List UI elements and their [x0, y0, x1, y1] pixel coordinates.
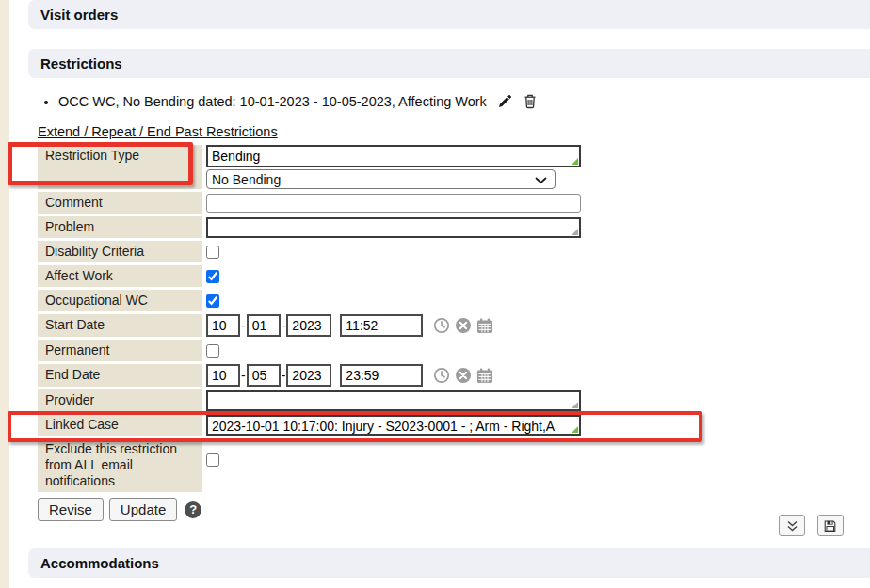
form-row-occupational-wc: Occupational WC — [38, 290, 603, 311]
trash-icon[interactable] — [523, 93, 538, 113]
visit-orders-title: Visit orders — [40, 7, 118, 23]
clock-icon[interactable] — [433, 367, 450, 384]
exclude-email-label: Exclude this restriction from ALL email … — [38, 438, 202, 492]
form-row-provider: Provider — [38, 389, 603, 411]
restriction-list-item: OCC WC, No Bending dated: 10-01-2023 - 1… — [58, 93, 870, 113]
update-button[interactable]: Update — [109, 498, 177, 521]
start-date-time-input[interactable] — [340, 314, 423, 337]
revise-button[interactable]: Revise — [38, 498, 104, 521]
provider-input[interactable] — [206, 390, 581, 411]
problem-label: Problem — [38, 216, 202, 238]
start-date-month-input[interactable] — [206, 314, 240, 337]
disability-criteria-label: Disability Criteria — [38, 241, 202, 262]
form-row-start-date: Start Date - - — [38, 314, 603, 337]
form-row-permanent: Permanent — [38, 340, 603, 361]
exclude-email-checkbox[interactable] — [206, 453, 219, 467]
restriction-item-text: OCC WC, No Bending dated: 10-01-2023 - 1… — [58, 94, 487, 109]
restriction-type-selected-option: No Bending — [212, 172, 281, 187]
form-button-row: Revise Update ? — [38, 498, 870, 521]
date-separator: - — [282, 368, 286, 383]
clock-icon[interactable] — [433, 317, 450, 334]
date-separator: - — [241, 318, 246, 333]
section-header-visit-orders: Visit orders — [28, 0, 870, 29]
section-header-accommodations: Accommodations — [28, 548, 870, 578]
occupational-wc-label: Occupational WC — [38, 290, 202, 311]
linked-case-label: Linked Case — [38, 414, 202, 436]
form-row-exclude-email: Exclude this restriction from ALL email … — [38, 438, 603, 492]
affect-work-label: Affect Work — [38, 265, 202, 287]
linked-case-input[interactable]: 2023-10-01 10:17:00: Injury - S2023-0001… — [206, 415, 581, 436]
date-separator: - — [241, 368, 246, 383]
calendar-icon[interactable] — [476, 318, 493, 334]
form-row-linked-case: Linked Case 2023-10-01 10:17:00: Injury … — [38, 414, 603, 436]
start-date-year-input[interactable] — [286, 314, 331, 337]
circle-x-icon[interactable] — [455, 367, 472, 384]
chevron-down-icon — [535, 172, 547, 187]
occupational-wc-checkbox[interactable] — [206, 294, 219, 308]
form-row-comment: Comment — [38, 192, 603, 214]
permanent-checkbox[interactable] — [206, 344, 219, 358]
form-row-end-date: End Date - - — [38, 364, 603, 387]
restriction-form: Restriction Type Bending No Bending Com — [38, 145, 603, 492]
date-separator: - — [282, 318, 286, 333]
restriction-type-label: Restriction Type — [38, 145, 202, 189]
problem-input[interactable] — [206, 217, 581, 238]
affect-work-checkbox[interactable] — [206, 270, 219, 283]
left-margin-strip — [0, 0, 9, 588]
question-mark-icon[interactable]: ? — [185, 501, 201, 518]
accommodations-title: Accommodations — [40, 555, 159, 571]
page: Visit orders Restrictions OCC WC, No Ben… — [0, 0, 870, 588]
extend-repeat-end-link[interactable]: Extend / Repeat / End Past Restrictions — [38, 124, 278, 139]
form-row-problem: Problem — [38, 216, 603, 238]
comment-label: Comment — [38, 192, 202, 214]
end-date-month-input[interactable] — [206, 364, 240, 387]
floppy-disk-icon[interactable] — [817, 515, 844, 536]
end-date-label: End Date — [38, 364, 202, 387]
provider-label: Provider — [38, 389, 202, 411]
circle-x-icon[interactable] — [455, 317, 472, 334]
restriction-type-text-input[interactable]: Bending — [206, 145, 581, 167]
form-row-restriction-type: Restriction Type Bending No Bending — [38, 145, 603, 189]
start-date-label: Start Date — [38, 314, 202, 337]
permanent-label: Permanent — [38, 340, 202, 361]
form-row-affect-work: Affect Work — [38, 265, 603, 287]
comment-input[interactable] — [206, 194, 581, 213]
disability-criteria-checkbox[interactable] — [206, 246, 219, 259]
restrictions-title: Restrictions — [40, 56, 122, 72]
end-date-day-input[interactable] — [247, 364, 281, 387]
end-date-year-input[interactable] — [286, 364, 331, 387]
form-row-disability-criteria: Disability Criteria — [38, 241, 603, 262]
start-date-day-input[interactable] — [247, 314, 281, 337]
end-date-time-input[interactable] — [340, 364, 423, 387]
pencil-icon[interactable] — [497, 94, 512, 113]
section-header-restrictions: Restrictions — [28, 49, 870, 78]
restriction-list: OCC WC, No Bending dated: 10-01-2023 - 1… — [0, 93, 870, 113]
double-chevron-down-icon[interactable] — [779, 515, 805, 536]
restriction-type-select[interactable]: No Bending — [206, 169, 556, 189]
calendar-icon[interactable] — [476, 368, 493, 384]
